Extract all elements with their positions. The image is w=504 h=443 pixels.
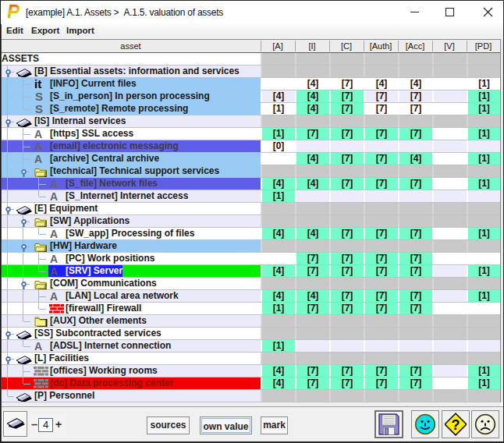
svg-text:?: ? [452, 417, 460, 433]
svg-text:P: P [8, 3, 20, 20]
